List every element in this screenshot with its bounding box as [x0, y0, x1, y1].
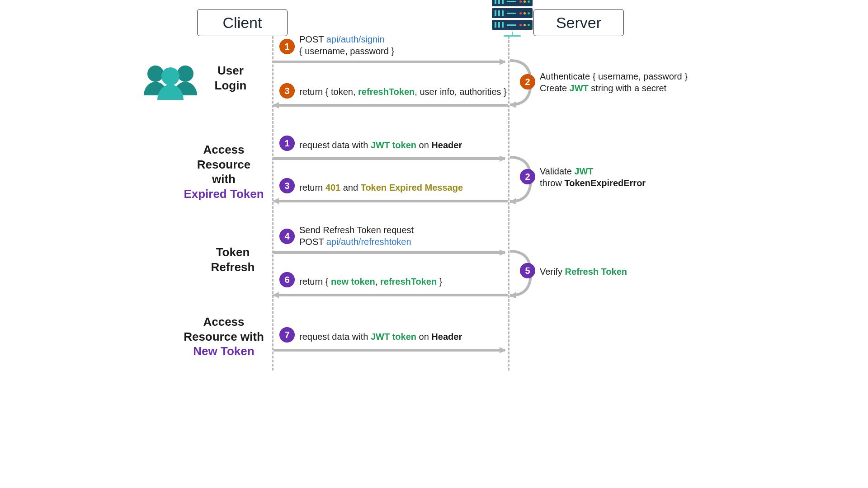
- text: return: [299, 183, 326, 192]
- text: Send Refresh Token request: [299, 225, 414, 235]
- step-2-badge: 2: [520, 74, 535, 89]
- text: Verify: [540, 267, 565, 277]
- access-step-1-text: request data with JWT token on Header: [299, 139, 462, 151]
- api-path: api/auth/refreshtoken: [326, 237, 411, 247]
- label-text: Login: [215, 79, 247, 92]
- header-text: Header: [431, 140, 462, 150]
- text: Create: [540, 83, 570, 93]
- section-new-token: Access Resource with New Token: [181, 314, 267, 359]
- newtoken-step-7-badge: 7: [279, 327, 295, 343]
- svg-point-2: [161, 67, 179, 85]
- users-icon: [141, 61, 200, 102]
- access-step-1-badge: 1: [279, 136, 295, 151]
- header-text: Header: [431, 332, 462, 342]
- label-text: New Token: [193, 344, 254, 358]
- step-3-text: return { token, refreshToken, user info,…: [299, 86, 507, 98]
- step-3-badge: 3: [279, 83, 295, 99]
- label-text: with: [212, 172, 236, 186]
- text: ,: [375, 277, 380, 286]
- text: POST: [299, 237, 326, 247]
- step-2-text: Authenticate { username, password } Crea…: [540, 70, 688, 94]
- step-1-text: POST api/auth/signin { username, passwor…: [299, 33, 394, 57]
- label-text: Token: [216, 245, 250, 259]
- text: on: [416, 332, 431, 342]
- api-path: api/auth/signin: [326, 34, 385, 44]
- svg-point-1: [177, 66, 193, 82]
- server-icon: [492, 0, 533, 37]
- step-1-badge: 1: [279, 39, 295, 54]
- text: request data with: [299, 140, 371, 150]
- section-token-refresh: Token Refresh: [203, 245, 262, 274]
- label-text: Expired Token: [184, 187, 264, 201]
- arrow-refresh-response: [274, 294, 508, 296]
- access-step-3-badge: 3: [279, 178, 295, 193]
- text: }: [437, 277, 442, 286]
- refresh-token-text: refreshToken: [380, 277, 437, 286]
- jwt-text: JWT: [570, 83, 589, 93]
- label-text: User: [217, 64, 244, 77]
- arrow-login-request: [274, 61, 505, 63]
- refresh-step-6-text: return { new token, refreshToken }: [299, 276, 442, 287]
- svg-marker-4: [510, 198, 516, 204]
- label-text: Access: [203, 315, 244, 328]
- text: return { token,: [299, 87, 358, 97]
- error-text: TokenExpiredError: [564, 178, 646, 188]
- text: on: [416, 140, 431, 150]
- refresh-step-6-badge: 6: [279, 272, 295, 287]
- svg-marker-3: [510, 101, 516, 108]
- arrow-newtoken-request: [274, 349, 505, 352]
- newtoken-step-7-text: request data with JWT token on Header: [299, 331, 462, 343]
- new-token-text: new token: [331, 277, 375, 286]
- refresh-step-4-badge: 4: [279, 229, 295, 244]
- refresh-step-5-text: Verify Refresh Token: [540, 266, 627, 277]
- label-text: Resource: [197, 158, 251, 171]
- access-step-3-text: return 401 and Token Expired Message: [299, 182, 463, 193]
- refresh-step-5-badge: 5: [520, 263, 535, 278]
- arrow-login-response: [274, 104, 508, 107]
- text: Validate: [540, 166, 574, 176]
- refresh-token-text: Refresh Token: [565, 267, 627, 277]
- text: request data with: [299, 332, 371, 342]
- text: and: [340, 183, 360, 192]
- label-text: Resource with: [184, 330, 264, 343]
- text: POST: [299, 34, 326, 44]
- text: string with a secret: [589, 83, 666, 93]
- text: Authenticate { username, password }: [540, 71, 688, 81]
- access-step-2-badge: 2: [520, 169, 535, 184]
- svg-point-0: [147, 66, 164, 82]
- text: return {: [299, 277, 331, 286]
- arrow-access-request: [274, 157, 505, 160]
- svg-marker-5: [510, 292, 516, 298]
- client-header: Client: [197, 9, 288, 36]
- text: { username, password }: [299, 46, 394, 56]
- sequence-diagram: Client Server User Login Access Resource…: [108, 0, 760, 366]
- access-step-2-text: Validate JWT throw TokenExpiredError: [540, 165, 646, 189]
- jwt-text: JWT token: [371, 332, 416, 342]
- label-text: Refresh: [211, 260, 255, 274]
- refresh-token-text: refreshToken: [358, 87, 415, 97]
- jwt-text: JWT: [574, 166, 593, 176]
- arrow-refresh-request: [274, 251, 505, 254]
- jwt-text: JWT token: [371, 140, 416, 150]
- server-header: Server: [533, 9, 624, 36]
- section-expired-token: Access Resource with Expired Token: [181, 142, 267, 201]
- status-401: 401: [326, 183, 340, 192]
- label-text: Access: [203, 143, 244, 156]
- text: throw: [540, 178, 564, 188]
- arrow-access-response: [274, 200, 508, 202]
- refresh-step-4-text: Send Refresh Token request POST api/auth…: [299, 224, 414, 248]
- section-user-login: User Login: [203, 63, 258, 93]
- text: , user info, authorities }: [415, 87, 506, 97]
- expired-msg: Token Expired Message: [361, 183, 463, 192]
